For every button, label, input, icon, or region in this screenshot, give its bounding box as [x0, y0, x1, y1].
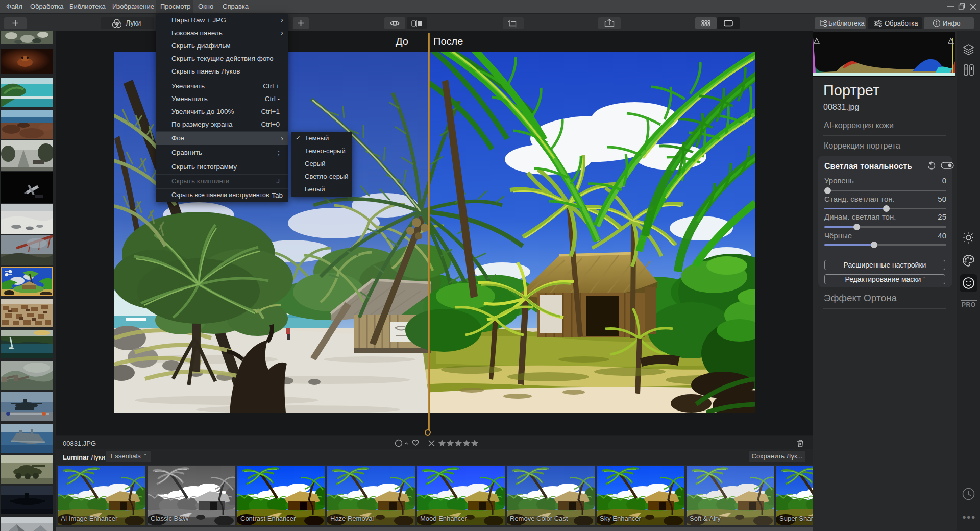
svg-text:Луки: Луки: [126, 19, 141, 27]
svg-text:Библиотека: Библиотека: [828, 19, 865, 27]
svg-text:Инфо: Инфо: [943, 19, 960, 27]
svg-text:Обработка: Обработка: [885, 19, 918, 27]
